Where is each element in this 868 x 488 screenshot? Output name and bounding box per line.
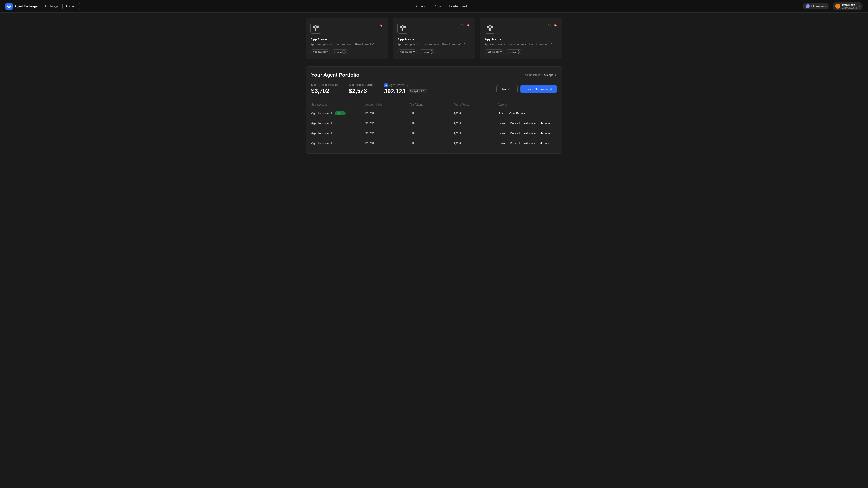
account-name-0: AgentAccount-1 (311, 111, 332, 115)
action-manage-1[interactable]: Manage (539, 122, 550, 125)
inapp-info-icon-0[interactable]: i (342, 51, 346, 54)
tab-account[interactable]: Account (62, 3, 80, 9)
nav-center: Account Apps Leaderboard (416, 4, 467, 8)
card-icon-0: ✕ (310, 23, 321, 34)
network-name: Ethereum (811, 4, 824, 8)
category-tag-2[interactable]: App category (485, 50, 504, 55)
main-balance-label: Main Account Balance (311, 84, 338, 87)
logo: Agent Exchange (5, 3, 37, 10)
action-deposit-1[interactable]: Deposit (510, 122, 520, 125)
account-value-2: $1,234 (365, 128, 409, 138)
wallet-address: 0xd7AB...2e33 (842, 6, 857, 9)
card-actions-2: ⬡ 🔖 (548, 23, 558, 27)
inapp-tag-1[interactable]: In-App i (419, 50, 435, 55)
accounts-table: Sub-Account Account Value Top Tokens Age… (311, 101, 557, 148)
category-tag-1[interactable]: App category (397, 50, 417, 55)
action-withdraw-3[interactable]: Withdraw (524, 141, 536, 145)
card-header-1: ✕ ⬡ 🔖 (397, 23, 470, 34)
table-row: AgentAccount-1 $1,234ETH1,234ListingDepo… (311, 118, 557, 128)
account-value-1: $1,234 (365, 118, 409, 128)
actions-cell-2: ListingDepositWithdrawManage (498, 128, 557, 138)
action-delist-0[interactable]: Delist (498, 111, 505, 115)
inapp-tag-2[interactable]: In-App i (506, 50, 522, 55)
top-token-0: ETH (409, 108, 454, 118)
tab-exchange[interactable]: Exchange (42, 3, 61, 9)
action-view-details-0[interactable]: View Details (509, 111, 525, 115)
top-token-2: ETH (409, 128, 454, 138)
bookmark-button-1[interactable]: 🔖 (466, 23, 471, 27)
agent-points-info-icon[interactable]: i (406, 84, 409, 87)
action-listing-3[interactable]: Listing (498, 141, 506, 145)
nav-apps-link[interactable]: Apps (434, 4, 442, 8)
listed-badge-0: Listed (335, 111, 346, 115)
portfolio-header: Your Agent Portfolio Last updated: 1 min… (311, 72, 557, 78)
inapp-info-icon-1[interactable]: i (430, 51, 433, 54)
action-manage-2[interactable]: Manage (539, 131, 550, 135)
inapp-tag-0[interactable]: In-App i (332, 50, 348, 55)
card-tags-1: App category In-App i (397, 50, 470, 55)
top-token-1: ETH (409, 118, 454, 128)
account-name-1: AgentAccount-1 (311, 122, 332, 125)
share-button-2[interactable]: ⬡ (548, 23, 551, 27)
action-manage-3[interactable]: Manage (539, 141, 550, 145)
nav-leaderboard-link[interactable]: Leaderboard (449, 4, 467, 8)
table-row: AgentAccount-1 $1,234ETH1,234ListingDepo… (311, 128, 557, 138)
category-tag-0[interactable]: App category (310, 50, 330, 55)
create-sub-account-button[interactable]: Create Sub-Account (520, 85, 557, 93)
col-header-account-value: Account Value (365, 101, 409, 108)
portfolio-actions: Transfer Create Sub-Account (496, 85, 557, 93)
card-tags-0: App category In-App i (310, 50, 383, 55)
action-listing-2[interactable]: Listing (498, 131, 506, 135)
last-updated-label: Last updated: (524, 73, 540, 76)
navbar: Agent Exchange Exchange Account Account … (0, 0, 868, 13)
agent-points-label: Agent Points (389, 84, 405, 87)
transfer-button[interactable]: Transfer (496, 85, 518, 93)
col-header-actions: Actions (498, 101, 557, 108)
app-desc-2: App description in 3 rows maximum. Then … (485, 42, 558, 46)
last-updated-value: 1 min ago (541, 73, 553, 76)
bookmark-button-0[interactable]: 🔖 (379, 23, 383, 27)
card-icon-1: ✕ (397, 23, 408, 34)
agent-points-row-1: 1,234 (454, 118, 498, 128)
inapp-info-icon-2[interactable]: i (517, 51, 520, 54)
app-card-2: ✕ ⬡ 🔖 App Name App description in 3 rows… (480, 18, 562, 59)
row-name-cell-0: AgentAccount-1 Listed (311, 108, 365, 118)
app-cards-row: ✕ ⬡ 🔖 App Name App description in 3 rows… (306, 18, 562, 59)
agent-points-row-3: 1,234 (454, 138, 498, 148)
app-desc-0: App description in 3 rows maximum. Then … (310, 42, 383, 46)
app-card-1: ✕ ⬡ 🔖 App Name App description in 3 rows… (393, 18, 475, 59)
row-name-cell-1: AgentAccount-1 (311, 118, 365, 128)
wallet-info: MetaMask 0xd7AB...2e33 (842, 3, 857, 9)
nav-account-link[interactable]: Account (416, 4, 427, 8)
wallet-selector[interactable]: MetaMask 0xd7AB...2e33 ▾ (833, 2, 863, 10)
agent-points-row-0: 1,234 (454, 108, 498, 118)
sub-accounts-value: $2,573 (349, 88, 373, 94)
chevron-down-icon: ▾ (825, 5, 826, 7)
bookmark-button-2[interactable]: 🔖 (553, 23, 558, 27)
share-button-0[interactable]: ⬡ (373, 23, 377, 27)
action-deposit-3[interactable]: Deposit (510, 141, 520, 145)
share-button-1[interactable]: ⬡ (460, 23, 464, 27)
table-row: AgentAccount-1 $1,234ETH1,234ListingDepo… (311, 138, 557, 148)
nav-left: Agent Exchange Exchange Account (5, 3, 80, 10)
action-deposit-2[interactable]: Deposit (510, 131, 520, 135)
sub-accounts-stat: Sub-Accounts Value $2,573 (349, 84, 373, 94)
action-withdraw-1[interactable]: Withdraw (524, 122, 536, 125)
network-selector[interactable]: Ethereum ▾ (803, 3, 829, 9)
agent-points-label-row: ▲ Agent Points i (384, 84, 427, 87)
network-icon (806, 4, 810, 8)
card-actions-1: ⬡ 🔖 (460, 23, 471, 27)
account-name-2: AgentAccount-1 (311, 131, 332, 135)
col-header-top-tokens: Top Tokens (409, 101, 454, 108)
logo-icon (5, 3, 13, 10)
refresh-icon[interactable]: ↻ (555, 73, 557, 76)
nav-tabs: Exchange Account (42, 3, 80, 9)
card-actions-0: ⬡ 🔖 (373, 23, 383, 27)
action-withdraw-2[interactable]: Withdraw (524, 131, 536, 135)
wallet-chevron-icon: ▾ (859, 5, 860, 7)
actions-cell-1: ListingDepositWithdrawManage (498, 118, 557, 128)
actions-cell-0: DelistView Details (498, 108, 557, 118)
portfolio-section: Your Agent Portfolio Last updated: 1 min… (306, 66, 562, 154)
action-listing-1[interactable]: Listing (498, 122, 506, 125)
app-card-0: ✕ ⬡ 🔖 App Name App description in 3 rows… (306, 18, 388, 59)
